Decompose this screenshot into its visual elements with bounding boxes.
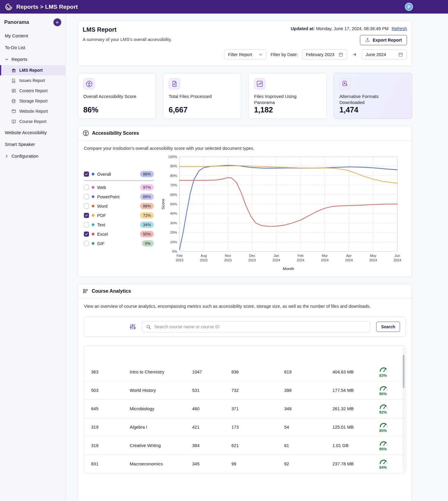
table-scrollbar[interactable] <box>403 348 405 471</box>
cell-storage: 404.63 MB <box>332 370 379 374</box>
sidebar-item-reports[interactable]: Reports <box>0 53 65 65</box>
report-filters: Filter Report Filter by Date: February 2… <box>83 49 407 60</box>
legend-item-web[interactable]: Web 97% <box>84 183 154 192</box>
table-row[interactable]: 503 World History 531 732 398 177.54 MB … <box>84 381 405 399</box>
sidebar-item-storage-report[interactable]: Storage Report <box>0 96 65 106</box>
svg-text:Feb: Feb <box>176 254 183 257</box>
svg-text:May: May <box>370 254 376 257</box>
export-report-button[interactable]: Export Report <box>360 35 407 45</box>
refresh-link[interactable]: Refresh <box>392 26 407 31</box>
table-row[interactable]: 645 Microbiology 460 371 348 261.32 MB 9… <box>84 399 405 418</box>
legend-item-powerpoint[interactable]: PowerPoint 89% <box>84 192 154 201</box>
svg-text:2024: 2024 <box>345 258 353 262</box>
section-description: View an overview of course analytics, en… <box>78 298 412 309</box>
stat-value: 1,182 <box>254 106 273 114</box>
svg-text:2024: 2024 <box>297 258 304 262</box>
sidebar-item-label: My Content <box>5 33 28 38</box>
table-scrollbar-thumb[interactable] <box>403 355 405 388</box>
table-row[interactable]: 318 Creative Writing 384 621 61 1.01 GB … <box>84 436 405 455</box>
legend-item-overall[interactable]: Overall 86% <box>84 169 154 179</box>
legend-item-excel[interactable]: Excel 50% <box>84 229 154 239</box>
sidebar-collapse-button[interactable] <box>53 18 61 26</box>
cell-files: 531 <box>192 388 231 393</box>
cell-improved: 61 <box>284 443 332 448</box>
legend-score-badge: 86% <box>140 171 154 177</box>
cell-improved: 54 <box>284 425 332 430</box>
sidebar-item-my-content[interactable]: My Content <box>0 30 65 42</box>
cell-score: 85% <box>379 422 405 433</box>
chevron-down-icon <box>259 53 262 56</box>
cell-course-name: Intro to Chemistry <box>130 370 192 374</box>
course-analytics-icon <box>83 288 89 294</box>
search-button[interactable]: Search <box>376 322 400 332</box>
cell-storage: 177.54 MB <box>332 388 379 393</box>
database-icon <box>11 99 16 103</box>
accessibility-line-chart: 0%10%20%30%40%50%60%70%80%90%100%Feb2023… <box>160 153 404 273</box>
legend-checkbox[interactable] <box>84 213 89 218</box>
legend-checkbox[interactable] <box>84 232 89 237</box>
sidebar-item-issues-report[interactable]: Issues Report <box>0 75 65 86</box>
cell-score: 90% <box>379 385 405 396</box>
cell-course-id: 503 <box>91 388 130 393</box>
cell-course-name: Macroeconomics <box>130 462 192 466</box>
sidebar-item-label: LMS Report <box>19 68 43 73</box>
sidebar-item-label: Storage Report <box>19 99 48 103</box>
stat-card-3: Alternative Formats Downloaded 1,474 <box>334 73 412 119</box>
calendar-icon <box>398 52 403 57</box>
legend-checkbox[interactable] <box>84 172 89 177</box>
cell-course-id: 831 <box>91 462 130 466</box>
gauge-icon <box>379 458 388 465</box>
arrow-left-icon <box>56 20 59 24</box>
sidebar-item-configuration[interactable]: Configuration <box>0 150 65 162</box>
sidebar-item-smart-speaker[interactable]: Smart Speaker <box>0 138 65 150</box>
legend-score-badge: 50% <box>140 231 154 237</box>
svg-text:2023: 2023 <box>176 258 183 262</box>
sidebar-item-course-report[interactable]: Course Report <box>0 116 65 127</box>
search-input[interactable] <box>154 324 366 329</box>
sidebar-item-lms-report[interactable]: LMS Report <box>0 65 65 75</box>
legend-item-word[interactable]: Word 86% <box>84 201 154 211</box>
legend-checkbox[interactable] <box>84 194 89 199</box>
legend-checkbox[interactable] <box>84 203 89 209</box>
section-description: Compare your institution's overall acces… <box>78 140 412 151</box>
alt-formats-icon <box>339 78 351 90</box>
issues-file-icon <box>11 78 16 83</box>
date-to-input[interactable]: June 2024 <box>362 49 407 60</box>
svg-text:2024: 2024 <box>369 258 377 262</box>
cell-course-name: Microbiology <box>130 406 192 411</box>
cell-files: 460 <box>192 406 231 411</box>
legend-item-text[interactable]: Text 34% <box>84 220 154 229</box>
chart-legend: Overall 86% Web 97% PowerPoint 89% Word … <box>84 169 154 273</box>
sidebar: Panorama My Content To-Do List Reports L… <box>0 14 66 501</box>
legend-label: Excel <box>97 232 108 237</box>
legend-checkbox[interactable] <box>84 185 89 190</box>
legend-score-badge: 72% <box>140 212 154 219</box>
table-row[interactable]: 319 Algebra I 421 173 54 125.01 MB 85% <box>84 418 405 436</box>
legend-item-pdf[interactable]: PDF 72% <box>84 211 154 220</box>
legend-checkbox[interactable] <box>84 241 89 246</box>
user-avatar[interactable]: P <box>405 3 413 11</box>
table-row[interactable]: 831 Macroeconomics 345 99 92 237.78 MB 8… <box>84 455 405 473</box>
cell-storage: 261.32 MB <box>332 406 379 411</box>
panorama-logo-icon <box>5 3 13 11</box>
content-doc-icon <box>11 88 16 93</box>
course-analytics-card: Course Analytics View an overview of cou… <box>78 284 412 501</box>
filter-sliders-icon[interactable] <box>129 323 136 330</box>
sidebar-item-website-report[interactable]: Website Report <box>0 106 65 116</box>
date-from-input[interactable]: February 2023 <box>302 49 347 60</box>
sidebar-item-to-do-list[interactable]: To-Do List <box>0 42 65 53</box>
stat-label: Alternative Formats Downloaded <box>339 93 397 105</box>
series-color-dot <box>92 223 94 226</box>
sidebar-item-content-report[interactable]: Content Report <box>0 86 65 96</box>
sidebar-item-website-accessibility[interactable]: Website Accessibility <box>0 127 65 138</box>
filter-report-select[interactable]: Filter Report <box>224 49 266 60</box>
cell-course-id: 363 <box>91 370 130 374</box>
svg-text:Score: Score <box>161 199 165 209</box>
table-body: 363 Intro to Chemistry 1047 836 619 404.… <box>84 363 405 473</box>
report-header-card: LMS Report A summary of your LMS's overa… <box>78 20 412 66</box>
table-row[interactable]: 363 Intro to Chemistry 1047 836 619 404.… <box>84 363 405 381</box>
svg-text:70%: 70% <box>170 183 177 187</box>
legend-checkbox[interactable] <box>84 222 89 227</box>
legend-item-gif[interactable]: GIF 0% <box>84 239 154 248</box>
cell-improved: 92 <box>284 462 332 466</box>
